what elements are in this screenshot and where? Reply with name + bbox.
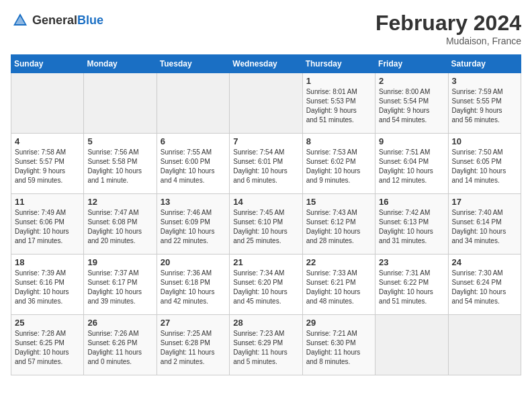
day-number: 27 (161, 318, 226, 328)
logo-icon (11, 11, 30, 30)
col-thursday: Thursday (302, 55, 375, 73)
page-header: GeneralBlue February 2024 Mudaison, Fran… (11, 11, 521, 46)
calendar-week-row: 1Sunrise: 8:01 AM Sunset: 5:53 PM Daylig… (11, 73, 521, 134)
table-row (230, 73, 302, 134)
day-info: Sunrise: 7:26 AM Sunset: 6:26 PM Dayligh… (87, 329, 152, 367)
calendar-week-row: 18Sunrise: 7:39 AM Sunset: 6:16 PM Dayli… (11, 255, 521, 315)
day-number: 28 (233, 318, 298, 328)
day-info: Sunrise: 7:25 AM Sunset: 6:28 PM Dayligh… (161, 329, 226, 367)
table-row: 3Sunrise: 7:59 AM Sunset: 5:55 PM Daylig… (448, 73, 521, 134)
table-row (157, 73, 229, 134)
day-info: Sunrise: 7:34 AM Sunset: 6:20 PM Dayligh… (233, 269, 298, 306)
table-row: 18Sunrise: 7:39 AM Sunset: 6:16 PM Dayli… (11, 255, 84, 315)
table-row: 29Sunrise: 7:21 AM Sunset: 6:30 PM Dayli… (302, 315, 375, 375)
day-info: Sunrise: 8:01 AM Sunset: 5:53 PM Dayligh… (306, 87, 371, 125)
day-number: 6 (161, 136, 226, 146)
table-row: 19Sunrise: 7:37 AM Sunset: 6:17 PM Dayli… (84, 255, 157, 315)
table-row: 21Sunrise: 7:34 AM Sunset: 6:20 PM Dayli… (230, 255, 302, 315)
day-number: 29 (306, 318, 371, 328)
col-tuesday: Tuesday (157, 55, 229, 73)
day-number: 15 (306, 197, 371, 207)
day-info: Sunrise: 7:31 AM Sunset: 6:22 PM Dayligh… (379, 269, 444, 306)
day-number: 18 (15, 257, 80, 267)
day-number: 12 (87, 197, 152, 207)
day-number: 25 (15, 318, 80, 328)
table-row: 26Sunrise: 7:26 AM Sunset: 6:26 PM Dayli… (84, 315, 157, 375)
day-number: 23 (379, 257, 444, 267)
calendar-location: Mudaison, France (375, 36, 521, 46)
day-info: Sunrise: 7:23 AM Sunset: 6:29 PM Dayligh… (233, 329, 298, 367)
day-info: Sunrise: 7:46 AM Sunset: 6:09 PM Dayligh… (161, 208, 226, 246)
day-info: Sunrise: 7:28 AM Sunset: 6:25 PM Dayligh… (15, 329, 80, 367)
day-number: 17 (452, 197, 517, 207)
day-number: 3 (452, 76, 517, 86)
day-info: Sunrise: 7:30 AM Sunset: 6:24 PM Dayligh… (452, 269, 517, 306)
day-number: 20 (161, 257, 226, 267)
table-row: 23Sunrise: 7:31 AM Sunset: 6:22 PM Dayli… (375, 255, 448, 315)
day-number: 9 (379, 136, 444, 146)
table-row: 14Sunrise: 7:45 AM Sunset: 6:10 PM Dayli… (230, 194, 302, 255)
day-info: Sunrise: 7:49 AM Sunset: 6:06 PM Dayligh… (15, 208, 80, 246)
day-number: 10 (452, 136, 517, 146)
day-info: Sunrise: 7:37 AM Sunset: 6:17 PM Dayligh… (87, 269, 152, 306)
day-info: Sunrise: 7:43 AM Sunset: 6:12 PM Dayligh… (306, 208, 371, 246)
day-info: Sunrise: 8:00 AM Sunset: 5:54 PM Dayligh… (379, 87, 444, 125)
table-row: 6Sunrise: 7:55 AM Sunset: 6:00 PM Daylig… (157, 134, 229, 194)
day-number: 21 (233, 257, 298, 267)
table-row (375, 315, 448, 375)
col-wednesday: Wednesday (230, 55, 302, 73)
col-friday: Friday (375, 55, 448, 73)
table-row: 1Sunrise: 8:01 AM Sunset: 5:53 PM Daylig… (302, 73, 375, 134)
day-number: 5 (87, 136, 152, 146)
title-block: February 2024 Mudaison, France (375, 11, 521, 46)
day-info: Sunrise: 7:51 AM Sunset: 6:04 PM Dayligh… (379, 148, 444, 185)
day-info: Sunrise: 7:47 AM Sunset: 6:08 PM Dayligh… (87, 208, 152, 246)
day-info: Sunrise: 7:39 AM Sunset: 6:16 PM Dayligh… (15, 269, 80, 306)
day-info: Sunrise: 7:50 AM Sunset: 6:05 PM Dayligh… (452, 148, 517, 185)
day-number: 2 (379, 76, 444, 86)
day-info: Sunrise: 7:42 AM Sunset: 6:13 PM Dayligh… (379, 208, 444, 246)
table-row: 12Sunrise: 7:47 AM Sunset: 6:08 PM Dayli… (84, 194, 157, 255)
table-row (84, 73, 157, 134)
day-info: Sunrise: 7:45 AM Sunset: 6:10 PM Dayligh… (233, 208, 298, 246)
table-row: 13Sunrise: 7:46 AM Sunset: 6:09 PM Dayli… (157, 194, 229, 255)
day-number: 26 (87, 318, 152, 328)
table-row (11, 73, 84, 134)
calendar-week-row: 25Sunrise: 7:28 AM Sunset: 6:25 PM Dayli… (11, 315, 521, 375)
calendar-header-row: Sunday Monday Tuesday Wednesday Thursday… (11, 55, 521, 73)
day-number: 8 (306, 136, 371, 146)
day-number: 22 (306, 257, 371, 267)
day-number: 19 (87, 257, 152, 267)
table-row: 8Sunrise: 7:53 AM Sunset: 6:02 PM Daylig… (302, 134, 375, 194)
table-row: 5Sunrise: 7:56 AM Sunset: 5:58 PM Daylig… (84, 134, 157, 194)
day-number: 14 (233, 197, 298, 207)
logo: GeneralBlue (11, 11, 103, 30)
calendar-title: February 2024 (375, 11, 521, 36)
calendar-week-row: 4Sunrise: 7:58 AM Sunset: 5:57 PM Daylig… (11, 134, 521, 194)
day-info: Sunrise: 7:21 AM Sunset: 6:30 PM Dayligh… (306, 329, 371, 367)
day-info: Sunrise: 7:55 AM Sunset: 6:00 PM Dayligh… (161, 148, 226, 185)
day-number: 24 (452, 257, 517, 267)
table-row: 17Sunrise: 7:40 AM Sunset: 6:14 PM Dayli… (448, 194, 521, 255)
day-number: 4 (15, 136, 80, 146)
day-number: 1 (306, 76, 371, 86)
table-row: 27Sunrise: 7:25 AM Sunset: 6:28 PM Dayli… (157, 315, 229, 375)
day-number: 13 (161, 197, 226, 207)
day-info: Sunrise: 7:56 AM Sunset: 5:58 PM Dayligh… (87, 148, 152, 185)
table-row: 16Sunrise: 7:42 AM Sunset: 6:13 PM Dayli… (375, 194, 448, 255)
logo-text: GeneralBlue (32, 13, 103, 28)
table-row: 10Sunrise: 7:50 AM Sunset: 6:05 PM Dayli… (448, 134, 521, 194)
day-info: Sunrise: 7:58 AM Sunset: 5:57 PM Dayligh… (15, 148, 80, 185)
table-row: 22Sunrise: 7:33 AM Sunset: 6:21 PM Dayli… (302, 255, 375, 315)
day-number: 16 (379, 197, 444, 207)
table-row: 7Sunrise: 7:54 AM Sunset: 6:01 PM Daylig… (230, 134, 302, 194)
col-sunday: Sunday (11, 55, 84, 73)
day-info: Sunrise: 7:59 AM Sunset: 5:55 PM Dayligh… (452, 87, 517, 125)
day-info: Sunrise: 7:53 AM Sunset: 6:02 PM Dayligh… (306, 148, 371, 185)
col-saturday: Saturday (448, 55, 521, 73)
table-row: 9Sunrise: 7:51 AM Sunset: 6:04 PM Daylig… (375, 134, 448, 194)
day-info: Sunrise: 7:36 AM Sunset: 6:18 PM Dayligh… (161, 269, 226, 306)
calendar-week-row: 11Sunrise: 7:49 AM Sunset: 6:06 PM Dayli… (11, 194, 521, 255)
table-row: 25Sunrise: 7:28 AM Sunset: 6:25 PM Dayli… (11, 315, 84, 375)
table-row: 15Sunrise: 7:43 AM Sunset: 6:12 PM Dayli… (302, 194, 375, 255)
